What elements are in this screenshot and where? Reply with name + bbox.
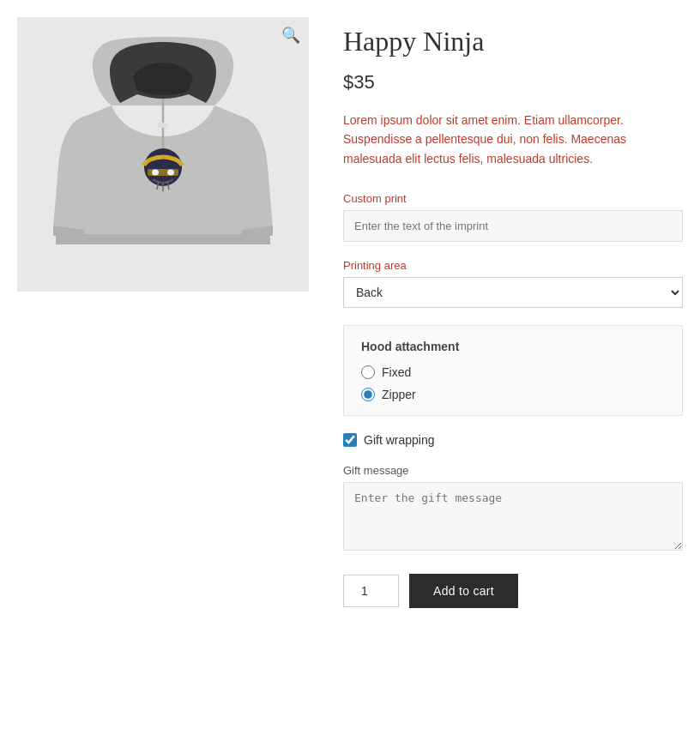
product-image-container: 🔍 <box>17 17 309 292</box>
custom-print-group: Custom print <box>343 192 683 242</box>
add-to-cart-button[interactable]: Add to cart <box>409 574 518 608</box>
product-image-section: 🔍 <box>17 17 309 292</box>
product-details-section: Happy Ninja $35 Lorem ipsum dolor sit am… <box>343 17 683 608</box>
svg-rect-1 <box>158 123 168 128</box>
cart-row: Add to cart <box>343 574 683 608</box>
custom-print-label: Custom print <box>343 192 683 205</box>
product-image <box>51 30 275 279</box>
custom-print-input[interactable] <box>343 210 683 242</box>
radio-zipper-text: Zipper <box>382 388 416 401</box>
printing-area-label: Printing area <box>343 259 683 272</box>
gift-wrapping-label[interactable]: Gift wrapping <box>343 433 683 447</box>
radio-zipper[interactable] <box>361 388 375 401</box>
gift-message-label: Gift message <box>343 464 683 477</box>
gift-wrapping-checkbox[interactable] <box>343 433 357 447</box>
svg-point-5 <box>167 170 174 176</box>
hood-attachment-box: Hood attachment Fixed Zipper <box>343 325 683 416</box>
svg-point-4 <box>152 170 159 176</box>
product-description: Lorem ipsum dolor sit amet enim. Etiam u… <box>343 111 683 168</box>
zoom-icon[interactable]: 🔍 <box>281 26 300 45</box>
page-wrapper: 🔍 <box>0 0 700 625</box>
printing-area-group: Printing area Back Front Sleeve <box>343 259 683 308</box>
quantity-input[interactable] <box>343 575 399 607</box>
radio-fixed-label[interactable]: Fixed <box>361 365 665 379</box>
product-price: $35 <box>343 71 683 93</box>
gift-wrapping-text: Gift wrapping <box>364 433 434 447</box>
printing-area-select[interactable]: Back Front Sleeve <box>343 277 683 308</box>
radio-fixed-text: Fixed <box>382 365 411 379</box>
gift-message-textarea[interactable] <box>343 482 683 551</box>
radio-zipper-label[interactable]: Zipper <box>361 388 665 401</box>
radio-fixed[interactable] <box>361 365 375 379</box>
gift-message-group: Gift message <box>343 464 683 553</box>
hood-attachment-title: Hood attachment <box>361 340 665 353</box>
product-title: Happy Ninja <box>343 26 683 57</box>
hood-attachment-radio-group: Fixed Zipper <box>361 365 665 401</box>
svg-point-2 <box>144 148 182 186</box>
